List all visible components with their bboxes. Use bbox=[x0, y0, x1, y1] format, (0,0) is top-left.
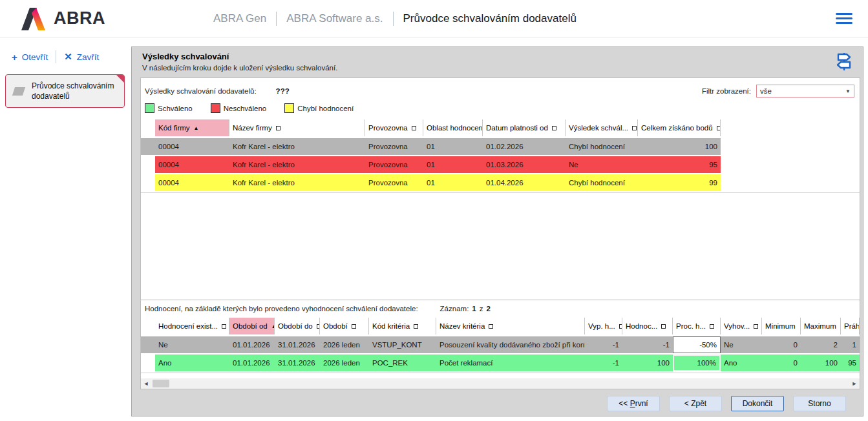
results-table: Kód firmy▲Název firmyProvozovnaOblast ho… bbox=[141, 119, 860, 193]
table-cell[interactable]: 1 bbox=[841, 336, 860, 353]
table-cell[interactable]: Ne bbox=[721, 336, 762, 353]
table-cell[interactable]: Provozovna bbox=[365, 138, 423, 155]
column-header[interactable]: Hodnoc... bbox=[622, 318, 673, 334]
column-header[interactable]: Výsledek schvál... bbox=[566, 119, 638, 136]
table-cell[interactable]: 00004 bbox=[155, 156, 229, 173]
table-cell[interactable]: 100% bbox=[673, 354, 721, 371]
column-header[interactable]: Název firmy bbox=[229, 119, 365, 136]
table-cell[interactable]: 100 bbox=[622, 354, 673, 371]
table-cell[interactable]: 01.02.2026 bbox=[483, 138, 566, 155]
ratings-table: Hodnocení exist...Období od▲Období doObd… bbox=[141, 318, 860, 373]
column-header[interactable]: Minimum bbox=[762, 318, 801, 334]
record-current: 1 bbox=[472, 305, 476, 313]
table-cell[interactable]: -50% bbox=[673, 336, 721, 353]
table-cell[interactable]: -1 bbox=[585, 336, 622, 353]
table-cell[interactable]: POC_REK bbox=[369, 354, 436, 371]
column-header[interactable]: Celkem získáno bodů bbox=[638, 119, 721, 136]
table-cell[interactable]: 00004 bbox=[155, 138, 229, 155]
table-cell[interactable]: 0 bbox=[762, 336, 801, 353]
table-cell[interactable]: Chybí hodnocení bbox=[566, 174, 638, 191]
row-gutter-cell[interactable] bbox=[141, 156, 155, 173]
table-cell[interactable]: Ano bbox=[721, 354, 762, 371]
cancel-button[interactable]: Storno bbox=[793, 396, 846, 411]
table-cell[interactable]: Počet reklamací bbox=[436, 354, 585, 371]
table-cell[interactable]: Chybí hodnocení bbox=[566, 138, 638, 155]
column-header[interactable]: Vyhov... bbox=[721, 318, 762, 334]
signpost-icon[interactable] bbox=[833, 51, 854, 74]
table-row[interactable]: 00004Kofr Karel - elektroProvozovna0101.… bbox=[141, 174, 860, 192]
column-header[interactable]: Období do bbox=[275, 318, 320, 334]
scroll-right-icon[interactable]: ► bbox=[849, 378, 860, 389]
column-header[interactable]: Název kritéria bbox=[436, 318, 585, 334]
sidebar-item-wizard[interactable]: Průvodce schvalováním dodavatelů bbox=[5, 74, 125, 108]
table-cell[interactable]: 95 bbox=[638, 156, 721, 173]
table-cell[interactable]: 2 bbox=[801, 336, 841, 353]
column-header[interactable]: Datum platnosti od bbox=[483, 119, 566, 136]
table-cell[interactable]: 01.01.2026 bbox=[229, 336, 275, 353]
table-cell[interactable]: 2026 leden bbox=[320, 354, 369, 371]
table-row[interactable]: Ne01.01.202631.01.20262026 ledenVSTUP_KO… bbox=[141, 336, 860, 354]
table-cell[interactable]: 01.01.2026 bbox=[229, 354, 275, 371]
table-cell[interactable]: Provozovna bbox=[365, 156, 423, 173]
column-header[interactable]: Hodnocení exist... bbox=[155, 318, 229, 334]
table-cell[interactable]: 2026 leden bbox=[320, 336, 369, 353]
column-filter-box-icon bbox=[717, 126, 721, 130]
column-header[interactable]: Období od▲ bbox=[229, 318, 275, 334]
menu-hamburger-icon[interactable] bbox=[836, 10, 852, 26]
table-cell[interactable]: 01.04.2026 bbox=[483, 174, 566, 191]
table-cell[interactable]: 95 bbox=[841, 354, 860, 371]
table-cell[interactable]: Ne bbox=[155, 336, 229, 353]
column-header[interactable]: Provozovna bbox=[365, 119, 423, 136]
column-header[interactable]: Vyp. h... bbox=[585, 318, 622, 334]
table-cell[interactable]: Ne bbox=[566, 156, 638, 173]
open-button[interactable]: + Otevřít bbox=[12, 52, 48, 63]
abra-logo: ABRA bbox=[0, 6, 213, 31]
table-cell[interactable]: -1 bbox=[622, 336, 673, 353]
column-header[interactable]: Kód kritéria bbox=[369, 318, 436, 334]
first-button[interactable]: << První bbox=[607, 396, 660, 411]
table-cell[interactable]: 01.03.2026 bbox=[483, 156, 566, 173]
table-cell[interactable]: Posouzení kvality dodávaného zboží při k… bbox=[436, 336, 585, 353]
table-cell[interactable]: 01 bbox=[423, 174, 483, 191]
row-gutter-cell[interactable] bbox=[141, 336, 155, 353]
table-cell[interactable]: 00004 bbox=[155, 174, 229, 191]
table-cell[interactable]: 100 bbox=[638, 138, 721, 155]
column-header[interactable]: Období bbox=[320, 318, 369, 334]
row-gutter-cell[interactable] bbox=[141, 138, 155, 155]
scrollbar-thumb[interactable] bbox=[153, 380, 169, 387]
back-button[interactable]: < Zpět bbox=[669, 396, 722, 411]
table-cell[interactable]: 100 bbox=[801, 354, 841, 371]
table-row[interactable]: 00004Kofr Karel - elektroProvozovna0101.… bbox=[141, 138, 860, 156]
horizontal-scrollbar[interactable]: ◄ ► bbox=[141, 378, 860, 389]
table-cell[interactable]: Ano bbox=[155, 354, 229, 371]
finish-button[interactable]: Dokončit bbox=[731, 396, 784, 411]
table-cell[interactable]: 31.01.2026 bbox=[275, 336, 320, 353]
filter-dropdown[interactable]: vše ▼ bbox=[756, 85, 854, 98]
step-subtitle: V následujícím kroku dojde k uložení výs… bbox=[142, 64, 852, 72]
column-header[interactable]: Kód firmy▲ bbox=[155, 119, 229, 136]
table-row[interactable]: 00004Kofr Karel - elektroProvozovna0101.… bbox=[141, 156, 860, 174]
table-cell[interactable]: 99 bbox=[638, 174, 721, 191]
table-cell[interactable]: Provozovna bbox=[365, 174, 423, 191]
table-cell[interactable]: Kofr Karel - elektro bbox=[229, 174, 365, 191]
table-cell[interactable]: 01 bbox=[423, 156, 483, 173]
column-header[interactable]: Maximum bbox=[801, 318, 841, 334]
table-row[interactable]: Ano01.01.202631.01.20262026 ledenPOC_REK… bbox=[141, 354, 860, 373]
table-cell[interactable]: 31.01.2026 bbox=[275, 354, 320, 371]
column-header[interactable]: Práh bbox=[841, 318, 860, 334]
table-cell[interactable]: VSTUP_KONT bbox=[369, 336, 436, 353]
row-gutter-cell[interactable] bbox=[141, 354, 155, 371]
table-cell[interactable]: 01 bbox=[423, 138, 483, 155]
column-header[interactable]: Oblast hodnocení bbox=[423, 119, 483, 136]
close-button[interactable]: ✕ Zavřít bbox=[64, 51, 99, 63]
wizard-panel: Výsledky schvalování V následujícím krok… bbox=[131, 46, 863, 416]
row-gutter-cell[interactable] bbox=[141, 174, 155, 191]
table-cell[interactable]: Kofr Karel - elektro bbox=[229, 156, 365, 173]
record-total: 2 bbox=[487, 305, 491, 313]
column-header[interactable]: Proc. h... bbox=[673, 318, 721, 334]
scroll-left-icon[interactable]: ◄ bbox=[141, 378, 151, 389]
table-cell[interactable]: Kofr Karel - elektro bbox=[229, 138, 365, 155]
wizard-tab-label: Průvodce schvalováním dodavatelů bbox=[32, 81, 115, 101]
table-cell[interactable]: -1 bbox=[585, 354, 622, 371]
table-cell[interactable]: 0 bbox=[762, 354, 801, 371]
